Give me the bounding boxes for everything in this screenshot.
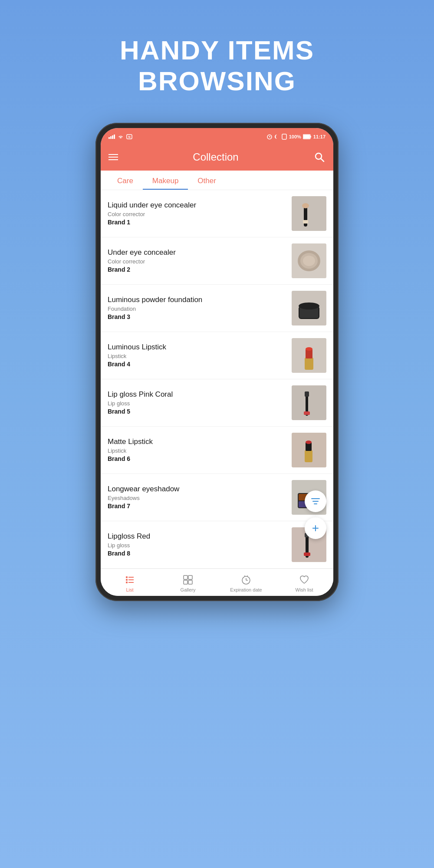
moon-icon [274,134,279,140]
item-thumbnail [292,243,326,278]
fab-add-button[interactable]: + [305,517,326,539]
item-thumbnail [292,433,326,467]
svg-rect-57 [188,580,192,584]
svg-rect-24 [305,358,313,370]
nfc-icon: N [126,134,132,139]
app-bar: Collection [101,144,333,171]
svg-rect-7 [303,135,310,138]
status-bar: N 100% [101,128,333,144]
svg-rect-52 [126,582,128,583]
item-brand: Brand 5 [108,408,287,415]
list-item[interactable]: Liquid under eye concealer Color correct… [101,190,333,237]
svg-point-18 [303,256,315,266]
svg-rect-29 [305,391,309,397]
list-item-info: Lipgloss Red Lip gloss Brand 8 [108,532,287,557]
svg-rect-32 [305,450,312,462]
svg-rect-54 [184,575,187,579]
bar4 [114,135,115,139]
tabs-bar: Care Makeup Other [101,171,333,190]
status-left: N [108,134,132,139]
item-thumbnail [292,196,326,231]
phone-frame: N 100% [95,123,339,601]
item-category: Lip gloss [108,542,287,549]
list-item[interactable]: Matte Lipstick Lipstick Brand 6 [101,427,333,474]
item-category: Lipstick [108,353,287,359]
item-brand: Brand 2 [108,266,287,273]
nav-list[interactable]: List [101,572,159,594]
list-item-info: Matte Lipstick Lipstick Brand 6 [108,437,287,462]
battery-icon [303,134,312,139]
svg-point-13 [302,203,309,208]
tab-other[interactable]: Other [188,171,226,190]
item-brand: Brand 4 [108,361,287,368]
item-category: Lipstick [108,447,287,454]
gallery-nav-icon [182,574,194,585]
bar3 [112,135,113,139]
svg-rect-14 [303,220,308,224]
app-bar-title: Collection [193,151,238,163]
nav-gallery[interactable]: Gallery [159,572,217,594]
item-brand: Brand 6 [108,455,287,462]
item-name: Lipgloss Red [108,532,287,541]
svg-rect-5 [282,134,286,139]
item-name: Luminous powder foundation [108,296,287,304]
tab-makeup[interactable]: Makeup [143,171,188,190]
search-button[interactable] [313,151,326,163]
item-category: Eyeshadows [108,495,287,501]
nav-list-label: List [126,587,133,592]
list-item[interactable]: Lip gloss Pink Coral Lip gloss Brand 5 [101,379,333,427]
item-brand: Brand 8 [108,550,287,557]
bottom-nav: List Gallery Expirati [101,569,333,596]
item-name: Under eye concealer [108,248,287,257]
list-item-info: Lip gloss Pink Coral Lip gloss Brand 5 [108,390,287,415]
list-item[interactable]: Longwear eyeshadow Eyeshadows Brand 7 [101,474,333,521]
wishlist-nav-icon [299,574,310,585]
list-item-info: Luminous Lipstick Lipstick Brand 4 [108,343,287,368]
item-name: Matte Lipstick [108,437,287,446]
bar1 [108,137,110,139]
svg-rect-8 [310,136,311,138]
svg-point-26 [306,347,312,351]
nav-expiration[interactable]: Expiration date [217,572,275,594]
list-item-info: Under eye concealer Color corrector Bran… [108,248,287,273]
bar2 [110,136,112,139]
nav-wishlist-label: Wish list [296,587,313,592]
nav-wishlist[interactable]: Wish list [275,572,333,594]
svg-point-34 [306,441,312,444]
svg-rect-50 [126,579,128,581]
battery-percent: 100% [289,134,301,139]
list-item[interactable]: Luminous powder foundation Foundation Br… [101,285,333,332]
item-thumbnail [292,385,326,420]
item-brand: Brand 7 [108,503,287,510]
status-time: 11:17 [313,134,326,139]
expiration-nav-icon [240,574,252,585]
nav-expiration-label: Expiration date [230,587,262,592]
filter-icon [311,497,320,505]
list-item[interactable]: Luminous Lipstick Lipstick Brand 4 [101,332,333,379]
item-name: Luminous Lipstick [108,343,287,352]
signal-bars [108,135,115,139]
item-category: Color corrector [108,211,287,217]
item-name: Longwear eyeshadow [108,485,287,493]
item-category: Color corrector [108,258,287,265]
alarm-icon [266,134,273,140]
svg-rect-30 [304,411,310,415]
item-category: Foundation [108,306,287,312]
hero-title: HANDY ITEMS BROWSING [120,35,314,97]
svg-rect-56 [184,580,187,584]
svg-rect-44 [304,552,310,556]
phone-icon [281,134,287,140]
item-thumbnail [292,291,326,326]
hamburger-button[interactable] [108,154,118,160]
svg-rect-11 [292,196,326,231]
item-thumbnail [292,338,326,373]
fab-filter-button[interactable] [305,490,326,512]
tab-care[interactable]: Care [108,171,143,190]
items-list: Liquid under eye concealer Color correct… [101,190,333,569]
list-item[interactable]: Lipgloss Red Lip gloss Brand 8 [101,521,333,569]
list-content-area: Liquid under eye concealer Color correct… [101,190,333,569]
list-nav-icon [124,574,135,585]
item-brand: Brand 3 [108,313,287,320]
svg-text:N: N [128,135,130,138]
list-item[interactable]: Under eye concealer Color corrector Bran… [101,237,333,285]
